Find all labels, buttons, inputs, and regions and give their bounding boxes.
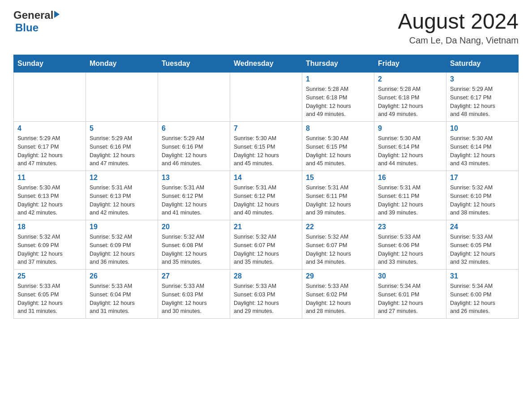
calendar-cell: 2Sunrise: 5:28 AMSunset: 6:18 PMDaylight…	[374, 73, 446, 122]
calendar-cell: 11Sunrise: 5:30 AMSunset: 6:13 PMDayligh…	[14, 171, 86, 220]
page-header: General Blue August 2024 Cam Le, Da Nang…	[13, 9, 519, 46]
week-row-4: 18Sunrise: 5:32 AMSunset: 6:09 PMDayligh…	[14, 220, 519, 270]
calendar-cell: 31Sunrise: 5:34 AMSunset: 6:00 PMDayligh…	[446, 270, 519, 319]
day-info: Sunrise: 5:33 AMSunset: 6:03 PMDaylight:…	[162, 282, 226, 316]
day-info: Sunrise: 5:28 AMSunset: 6:18 PMDaylight:…	[378, 85, 442, 119]
day-info: Sunrise: 5:32 AMSunset: 6:07 PMDaylight:…	[306, 233, 370, 266]
day-info: Sunrise: 5:34 AMSunset: 6:01 PMDaylight:…	[378, 282, 442, 316]
day-info: Sunrise: 5:32 AMSunset: 6:09 PMDaylight:…	[17, 233, 82, 266]
day-info: Sunrise: 5:31 AMSunset: 6:12 PMDaylight:…	[162, 184, 226, 217]
column-header-saturday: Saturday	[446, 55, 519, 73]
day-number: 25	[17, 272, 82, 280]
day-info: Sunrise: 5:28 AMSunset: 6:18 PMDaylight:…	[306, 85, 370, 119]
logo-general: General	[13, 9, 53, 21]
day-info: Sunrise: 5:32 AMSunset: 6:07 PMDaylight:…	[234, 233, 298, 266]
day-number: 21	[234, 223, 298, 231]
calendar-cell: 5Sunrise: 5:29 AMSunset: 6:16 PMDaylight…	[86, 122, 158, 171]
calendar-cell	[158, 73, 230, 122]
calendar-cell: 4Sunrise: 5:29 AMSunset: 6:17 PMDaylight…	[14, 122, 86, 171]
column-header-friday: Friday	[374, 55, 446, 73]
calendar-cell: 20Sunrise: 5:32 AMSunset: 6:08 PMDayligh…	[158, 220, 230, 270]
calendar-cell: 8Sunrise: 5:30 AMSunset: 6:15 PMDaylight…	[302, 122, 374, 171]
column-header-wednesday: Wednesday	[230, 55, 302, 73]
calendar-cell: 25Sunrise: 5:33 AMSunset: 6:05 PMDayligh…	[14, 270, 86, 319]
calendar-cell: 30Sunrise: 5:34 AMSunset: 6:01 PMDayligh…	[374, 270, 446, 319]
day-number: 3	[450, 75, 515, 83]
day-number: 22	[306, 223, 370, 231]
day-number: 17	[450, 174, 515, 182]
day-info: Sunrise: 5:29 AMSunset: 6:17 PMDaylight:…	[450, 85, 515, 119]
day-info: Sunrise: 5:33 AMSunset: 6:05 PMDaylight:…	[17, 282, 82, 316]
calendar-cell: 10Sunrise: 5:30 AMSunset: 6:14 PMDayligh…	[446, 122, 519, 171]
calendar-cell: 17Sunrise: 5:32 AMSunset: 6:10 PMDayligh…	[446, 171, 519, 220]
day-number: 27	[162, 272, 226, 280]
calendar-cell	[86, 73, 158, 122]
calendar-cell: 21Sunrise: 5:32 AMSunset: 6:07 PMDayligh…	[230, 220, 302, 270]
day-info: Sunrise: 5:29 AMSunset: 6:17 PMDaylight:…	[17, 134, 82, 168]
day-info: Sunrise: 5:31 AMSunset: 6:13 PMDaylight:…	[90, 184, 154, 217]
day-number: 7	[234, 124, 298, 133]
calendar-cell: 12Sunrise: 5:31 AMSunset: 6:13 PMDayligh…	[86, 171, 158, 220]
day-info: Sunrise: 5:34 AMSunset: 6:00 PMDaylight:…	[450, 282, 515, 316]
day-number: 1	[306, 75, 370, 83]
day-info: Sunrise: 5:33 AMSunset: 6:02 PMDaylight:…	[306, 282, 370, 316]
day-info: Sunrise: 5:32 AMSunset: 6:09 PMDaylight:…	[90, 233, 154, 266]
calendar-table: SundayMondayTuesdayWednesdayThursdayFrid…	[13, 55, 519, 319]
day-number: 31	[450, 272, 515, 280]
calendar-cell: 24Sunrise: 5:33 AMSunset: 6:05 PMDayligh…	[446, 220, 519, 270]
day-number: 8	[306, 124, 370, 133]
day-info: Sunrise: 5:32 AMSunset: 6:08 PMDaylight:…	[162, 233, 226, 266]
calendar-cell: 27Sunrise: 5:33 AMSunset: 6:03 PMDayligh…	[158, 270, 230, 319]
calendar-cell: 7Sunrise: 5:30 AMSunset: 6:15 PMDaylight…	[230, 122, 302, 171]
column-header-sunday: Sunday	[14, 55, 86, 73]
calendar-cell: 13Sunrise: 5:31 AMSunset: 6:12 PMDayligh…	[158, 171, 230, 220]
day-number: 6	[162, 124, 226, 133]
day-number: 29	[306, 272, 370, 280]
day-number: 20	[162, 223, 226, 231]
day-number: 18	[17, 223, 82, 231]
day-number: 15	[306, 174, 370, 182]
calendar-header-row: SundayMondayTuesdayWednesdayThursdayFrid…	[14, 55, 519, 73]
logo-blue: Blue	[15, 21, 39, 34]
day-info: Sunrise: 5:31 AMSunset: 6:12 PMDaylight:…	[234, 184, 298, 217]
calendar-cell: 15Sunrise: 5:31 AMSunset: 6:11 PMDayligh…	[302, 171, 374, 220]
day-number: 16	[378, 174, 442, 182]
day-number: 2	[378, 75, 442, 83]
calendar-cell: 3Sunrise: 5:29 AMSunset: 6:17 PMDaylight…	[446, 73, 519, 122]
week-row-1: 1Sunrise: 5:28 AMSunset: 6:18 PMDaylight…	[14, 73, 519, 122]
day-number: 26	[90, 272, 154, 280]
calendar-cell: 26Sunrise: 5:33 AMSunset: 6:04 PMDayligh…	[86, 270, 158, 319]
week-row-3: 11Sunrise: 5:30 AMSunset: 6:13 PMDayligh…	[14, 171, 519, 220]
week-row-5: 25Sunrise: 5:33 AMSunset: 6:05 PMDayligh…	[14, 270, 519, 319]
calendar-cell	[14, 73, 86, 122]
day-info: Sunrise: 5:30 AMSunset: 6:14 PMDaylight:…	[450, 134, 515, 168]
calendar-cell: 9Sunrise: 5:30 AMSunset: 6:14 PMDaylight…	[374, 122, 446, 171]
calendar-cell	[230, 73, 302, 122]
day-number: 30	[378, 272, 442, 280]
calendar-cell: 19Sunrise: 5:32 AMSunset: 6:09 PMDayligh…	[86, 220, 158, 270]
week-row-2: 4Sunrise: 5:29 AMSunset: 6:17 PMDaylight…	[14, 122, 519, 171]
day-number: 13	[162, 174, 226, 182]
day-number: 23	[378, 223, 442, 231]
calendar-cell: 18Sunrise: 5:32 AMSunset: 6:09 PMDayligh…	[14, 220, 86, 270]
day-number: 19	[90, 223, 154, 231]
calendar-cell: 14Sunrise: 5:31 AMSunset: 6:12 PMDayligh…	[230, 171, 302, 220]
day-info: Sunrise: 5:33 AMSunset: 6:03 PMDaylight:…	[234, 282, 298, 316]
day-number: 4	[17, 124, 82, 133]
day-info: Sunrise: 5:31 AMSunset: 6:11 PMDaylight:…	[378, 184, 442, 217]
day-number: 28	[234, 272, 298, 280]
day-info: Sunrise: 5:32 AMSunset: 6:10 PMDaylight:…	[450, 184, 515, 217]
calendar-cell: 1Sunrise: 5:28 AMSunset: 6:18 PMDaylight…	[302, 73, 374, 122]
day-number: 10	[450, 124, 515, 133]
title-area: August 2024 Cam Le, Da Nang, Vietnam	[398, 9, 519, 46]
calendar-cell: 28Sunrise: 5:33 AMSunset: 6:03 PMDayligh…	[230, 270, 302, 319]
day-info: Sunrise: 5:31 AMSunset: 6:11 PMDaylight:…	[306, 184, 370, 217]
day-number: 9	[378, 124, 442, 133]
logo-triangle-icon	[54, 11, 60, 18]
calendar-cell: 23Sunrise: 5:33 AMSunset: 6:06 PMDayligh…	[374, 220, 446, 270]
calendar-cell: 6Sunrise: 5:29 AMSunset: 6:16 PMDaylight…	[158, 122, 230, 171]
day-number: 11	[17, 174, 82, 182]
day-info: Sunrise: 5:30 AMSunset: 6:15 PMDaylight:…	[306, 134, 370, 168]
column-header-tuesday: Tuesday	[158, 55, 230, 73]
day-info: Sunrise: 5:33 AMSunset: 6:06 PMDaylight:…	[378, 233, 442, 266]
